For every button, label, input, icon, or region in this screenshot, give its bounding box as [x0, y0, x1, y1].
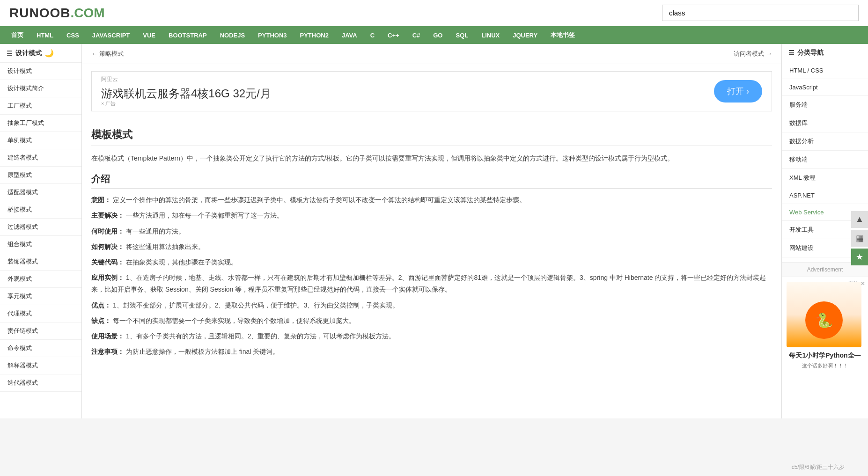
nav-item-jquery[interactable]: JQUERY	[506, 27, 544, 44]
nav-item-linux[interactable]: LINUX	[475, 27, 506, 44]
ad-right-subtitle: 这个话多好啊！！！	[787, 362, 863, 369]
nav-item-c++[interactable]: C++	[381, 27, 406, 44]
breadcrumb-forward[interactable]: 访问者模式	[734, 50, 772, 58]
example-text: 1、在造房子的时候，地基、走线、水管都一样，只有在建筑的后期才有加壁橱加栅栏等差…	[91, 274, 766, 293]
usage-item: 使用场景： 1、有多个子类共有的方法，且逻辑相同。2、重要的、复杂的方法，可以考…	[91, 330, 772, 342]
ad-notice: × 广告	[101, 100, 116, 107]
right-nav-item-1[interactable]: JavaScript	[782, 79, 868, 96]
sidebar-item[interactable]: 设计模式	[0, 63, 81, 80]
when-label: 何时使用：	[91, 227, 124, 235]
right-ad-section: Advertisement 广告 ✕ 🐍 每天1小时学Python全— 这个话多…	[782, 262, 868, 374]
sidebar-item[interactable]: 代理模式	[0, 305, 81, 322]
pros-text: 1、封装不变部分，扩展可变部分。2、提取公共代码，便于维护。3、行为由父类控制，…	[113, 301, 399, 309]
pros-label: 优点：	[91, 301, 111, 309]
sidebar-item[interactable]: 外观模式	[0, 271, 81, 288]
nav-item-javascript[interactable]: JAVASCRIPT	[86, 27, 136, 44]
nav-item-java[interactable]: JAVA	[335, 27, 364, 44]
usage-text: 1、有多个子类共有的方法，且逻辑相同。2、重要的、复杂的方法，可以考虑作为模板方…	[126, 332, 396, 340]
ad-right-title: 每天1小时学Python全—	[787, 351, 863, 360]
key-item: 关键代码： 在抽象类实现，其他步骤在子类实现。	[91, 256, 772, 268]
breadcrumb-bar: 策略模式 访问者模式	[82, 44, 781, 64]
right-nav-item-3[interactable]: 数据库	[782, 114, 868, 132]
nav-item-bootstrap[interactable]: BOOTSTRAP	[162, 27, 213, 44]
sidebar-item[interactable]: 设计模式简介	[0, 80, 81, 97]
ad-text: 游戏联机云服务器4核16G 32元/月	[101, 86, 271, 101]
menu-icon: ☰	[7, 50, 13, 57]
sidebar-item[interactable]: 适配器模式	[0, 184, 81, 201]
right-nav-item-5[interactable]: 移动端	[782, 151, 868, 169]
sidebar-item[interactable]: 迭代器模式	[0, 374, 81, 392]
usage-label: 使用场景：	[91, 332, 124, 340]
nav-item-c#[interactable]: C#	[406, 27, 427, 44]
sidebar-item[interactable]: 建造者模式	[0, 149, 81, 167]
right-menu-icon: ☰	[788, 49, 794, 57]
how-item: 如何解决： 将这些通用算法抽象出来。	[91, 241, 772, 253]
logo: RUNOOB.COM	[9, 6, 105, 21]
search-input[interactable]	[662, 5, 859, 21]
sidebar-item[interactable]: 工厂模式	[0, 97, 81, 115]
nav-item-go[interactable]: GO	[427, 27, 449, 44]
sidebar-title: 设计模式	[15, 49, 42, 58]
sidebar-item[interactable]: 责任链模式	[0, 322, 81, 340]
sidebar-item[interactable]: 享元模式	[0, 288, 81, 305]
ad-right-img-inner: 🐍	[787, 282, 861, 347]
note-text: 为防止恶意操作，一般模板方法都加上 final 关键词。	[126, 348, 279, 355]
pros-item: 优点： 1、封装不变部分，扩展可变部分。2、提取公共代码，便于维护。3、行为由父…	[91, 300, 772, 311]
sidebar-item[interactable]: 解释器模式	[0, 357, 81, 374]
header: RUNOOB.COM	[0, 0, 868, 26]
article-title: 模板模式	[91, 128, 772, 146]
key-label: 关键代码：	[91, 258, 124, 266]
example-label: 应用实例：	[91, 274, 124, 281]
section-intro-title: 介绍	[91, 173, 772, 189]
breadcrumb-back[interactable]: 策略模式	[91, 50, 124, 58]
sidebar-item[interactable]: 抽象工厂模式	[0, 115, 81, 132]
sidebar-item[interactable]: 命令模式	[0, 340, 81, 357]
ad-right-content: 广告 ✕ 🐍 每天1小时学Python全— 这个话多好啊！！！	[782, 277, 868, 374]
favorite-button[interactable]: ★	[851, 249, 868, 265]
nav-item-sql[interactable]: SQL	[449, 27, 475, 44]
how-text: 将这些通用算法抽象出来。	[126, 243, 205, 250]
sidebar-item[interactable]: 装饰器模式	[0, 253, 81, 271]
scroll-up-button[interactable]: ▲	[851, 211, 868, 228]
sidebar-items: 设计模式设计模式简介工厂模式抽象工厂模式单例模式建造者模式原型模式适配器模式桥接…	[0, 63, 81, 392]
logo-runoob: RUNOOB	[9, 6, 70, 21]
right-nav-item-7[interactable]: ASP.NET	[782, 187, 868, 204]
key-text: 在抽象类实现，其他步骤在子类实现。	[126, 258, 237, 266]
nav-item-本地书签[interactable]: 本地书签	[544, 26, 581, 44]
sidebar-item[interactable]: 组合模式	[0, 236, 81, 253]
qr-button[interactable]: ▦	[851, 230, 868, 247]
note-label: 注意事项：	[91, 348, 124, 355]
solution-label: 主要解决：	[91, 212, 124, 219]
logo-dot: .	[70, 6, 74, 21]
when-item: 何时使用： 有一些通用的方法。	[91, 226, 772, 237]
right-sidebar-header: ☰ 分类导航	[782, 44, 868, 62]
nav-item-css[interactable]: CSS	[60, 27, 86, 44]
right-nav-item-0[interactable]: HTML / CSS	[782, 62, 868, 79]
sidebar-item[interactable]: 单例模式	[0, 132, 81, 149]
solution-text: 一些方法通用，却在每一个子类都重新写了这一方法。	[126, 212, 283, 219]
nav-item-首页[interactable]: 首页	[5, 26, 30, 44]
intent-item: 意图： 定义一个操作中的算法的骨架，而将一些步骤延迟到子类中。模板方法使得子类可…	[91, 194, 772, 206]
nav-item-html[interactable]: HTML	[30, 27, 60, 44]
nav-item-python2[interactable]: PYTHON2	[294, 27, 335, 44]
sidebar-header: ☰ 设计模式 🌙	[0, 44, 81, 63]
sidebar-item[interactable]: 过滤器模式	[0, 219, 81, 236]
nav-item-c[interactable]: C	[364, 27, 381, 44]
main-content: 策略模式 访问者模式 阿里云 游戏联机云服务器4核16G 32元/月 × 广告 …	[82, 44, 781, 418]
nav-item-vue[interactable]: VUE	[136, 27, 162, 44]
right-nav-item-2[interactable]: 服务端	[782, 96, 868, 114]
sidebar-item[interactable]: 桥接模式	[0, 201, 81, 219]
cons-item: 缺点： 每一个不同的实现都需要一个子类来实现，导致类的个数增加，使得系统更加庞大…	[91, 315, 772, 327]
ad-open-button[interactable]: 打开 ›	[714, 80, 762, 103]
right-sidebar-title: 分类导航	[797, 49, 824, 57]
ad-source: 阿里云	[101, 75, 118, 83]
right-nav-item-4[interactable]: 数据分析	[782, 132, 868, 151]
nav-item-nodejs[interactable]: NODEJS	[213, 27, 251, 44]
intent-text: 定义一个操作中的算法的骨架，而将一些步骤延迟到子类中。模板方法使得子类可以不改变…	[113, 196, 526, 204]
article: 模板模式 在模板模式（Template Pattern）中，一个抽象类公开定义了…	[82, 118, 781, 375]
nav-item-python3[interactable]: PYTHON3	[251, 27, 293, 44]
cons-text: 每一个不同的实现都需要一个子类来实现，导致类的个数增加，使得系统更加庞大。	[113, 317, 355, 324]
intent-label: 意图：	[91, 196, 111, 204]
right-nav-item-6[interactable]: XML 教程	[782, 169, 868, 187]
sidebar-item[interactable]: 原型模式	[0, 167, 81, 184]
